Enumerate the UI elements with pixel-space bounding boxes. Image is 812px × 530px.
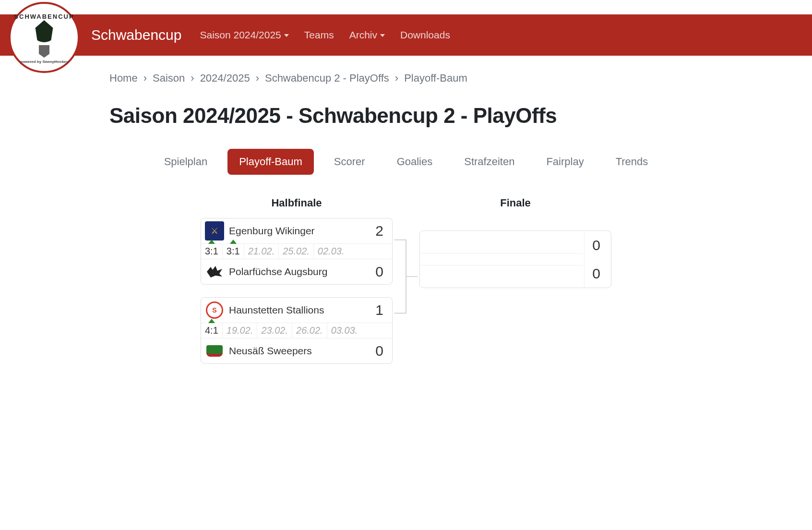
final-top-team	[420, 231, 584, 253]
breadcrumb-separator: ›	[191, 72, 194, 84]
game-cell[interactable]: 23.02.	[257, 323, 292, 338]
team-logo-icon: ⚔	[205, 221, 224, 241]
game-cell[interactable]: 4:1	[201, 323, 223, 338]
tab-spielplan[interactable]: Spielplan	[153, 149, 219, 175]
team-score: 2	[375, 223, 386, 239]
nav-archiv[interactable]: Archiv	[349, 29, 385, 41]
breadcrumb-separator: ›	[143, 72, 147, 84]
games-row: 4:119.02.23.02.26.02.03.03.	[201, 323, 392, 338]
final-column: Finale 0 0	[419, 197, 611, 288]
breadcrumb-separator: ›	[395, 72, 398, 84]
nav-archiv-label: Archiv	[349, 29, 377, 41]
final-top-score: 0	[592, 237, 603, 253]
games-row: 3:13:121.02.25.02.02.03.	[201, 243, 392, 259]
semifinal-title: Halbfinale	[271, 197, 322, 209]
match-bottom-team-row: Polarfüchse Augsburg 0	[201, 259, 392, 284]
game-cell[interactable]: 21.02.	[244, 244, 279, 259]
match-bottom-team-row: Neusäß Sweepers 0	[201, 338, 392, 363]
tab-goalies[interactable]: Goalies	[385, 149, 444, 175]
brand-link[interactable]: Schwabencup	[91, 27, 181, 43]
winner-arrow-icon	[208, 240, 215, 244]
final-bottom-team	[420, 265, 584, 288]
chevron-down-icon	[284, 34, 289, 37]
final-bottom-score: 0	[592, 265, 603, 282]
pinecone-icon	[33, 20, 55, 42]
nav-teams[interactable]: Teams	[304, 29, 334, 41]
game-cell[interactable]: 3:1	[201, 244, 223, 259]
game-cell[interactable]: 3:1	[223, 244, 244, 259]
tab-fairplay[interactable]: Fairplay	[535, 149, 595, 175]
breadcrumb: Home › Saison › 2024/2025 › Schwabencup …	[109, 56, 703, 84]
match-top-team-row: S Haunstetten Stallions 1	[201, 298, 392, 323]
logo-arc-text: SCHWABENCUP	[14, 13, 74, 20]
team-name: Egenburg Wikinger	[229, 225, 375, 237]
game-cell[interactable]: 25.02.	[279, 244, 314, 259]
game-cell[interactable]: 19.02.	[223, 323, 258, 338]
site-logo[interactable]: SCHWABENCUP powered by SweepHockey	[9, 2, 80, 73]
final-title: Finale	[500, 197, 531, 209]
game-cell[interactable]: 03.03.	[327, 323, 362, 338]
tab-trends[interactable]: Trends	[604, 149, 660, 175]
chevron-down-icon	[380, 34, 385, 37]
shield-icon	[39, 45, 49, 58]
team-name: Neusäß Sweepers	[229, 345, 375, 357]
team-score: 0	[375, 264, 386, 280]
logo-subtext: powered by SweepHockey	[20, 60, 68, 64]
game-cell[interactable]: 02.03.	[314, 244, 348, 259]
breadcrumb-season[interactable]: 2024/2025	[200, 72, 250, 84]
semifinal-column: Halbfinale ⚔ Egenburg Wikinger 2 3:13:12…	[201, 197, 393, 376]
team-logo-icon	[205, 262, 224, 281]
semifinal-match[interactable]: S Haunstetten Stallions 1 4:119.02.23.02…	[201, 297, 393, 364]
tab-scorer[interactable]: Scorer	[322, 149, 377, 175]
team-logo-icon: S	[205, 301, 224, 320]
tab-strafzeiten[interactable]: Strafzeiten	[453, 149, 526, 175]
breadcrumb-current: Playoff-Baum	[404, 72, 467, 84]
breadcrumb-saison[interactable]: Saison	[153, 72, 185, 84]
breadcrumb-separator: ›	[256, 72, 259, 84]
team-score: 0	[375, 343, 386, 359]
team-name: Haunstetten Stallions	[229, 304, 375, 316]
connector-line-icon	[393, 214, 419, 339]
breadcrumb-league[interactable]: Schwabencup 2 - PlayOffs	[265, 72, 389, 84]
tabs: Spielplan Playoff-Baum Scorer Goalies St…	[109, 149, 703, 175]
nav-saison-label: Saison 2024/2025	[200, 29, 281, 41]
game-cell[interactable]: 26.02.	[292, 323, 327, 338]
team-logo-icon	[205, 341, 224, 361]
playoff-bracket: Halbfinale ⚔ Egenburg Wikinger 2 3:13:12…	[109, 197, 703, 376]
final-games-row	[420, 253, 583, 265]
page-title: Saison 2024/2025 - Schwabencup 2 - PlayO…	[109, 104, 703, 128]
bracket-connector	[393, 197, 419, 339]
winner-arrow-icon	[230, 240, 237, 244]
team-score: 1	[375, 302, 386, 318]
winner-arrow-icon	[208, 319, 215, 323]
team-name: Polarfüchse Augsburg	[229, 266, 375, 277]
navbar: SCHWABENCUP powered by SweepHockey Schwa…	[0, 14, 812, 56]
nav-saison[interactable]: Saison 2024/2025	[200, 29, 288, 41]
final-match[interactable]: 0 0	[419, 230, 611, 288]
tab-playoff-baum[interactable]: Playoff-Baum	[227, 149, 314, 175]
nav-downloads[interactable]: Downloads	[400, 29, 450, 41]
semifinal-match[interactable]: ⚔ Egenburg Wikinger 2 3:13:121.02.25.02.…	[201, 218, 393, 285]
breadcrumb-home[interactable]: Home	[109, 72, 138, 84]
